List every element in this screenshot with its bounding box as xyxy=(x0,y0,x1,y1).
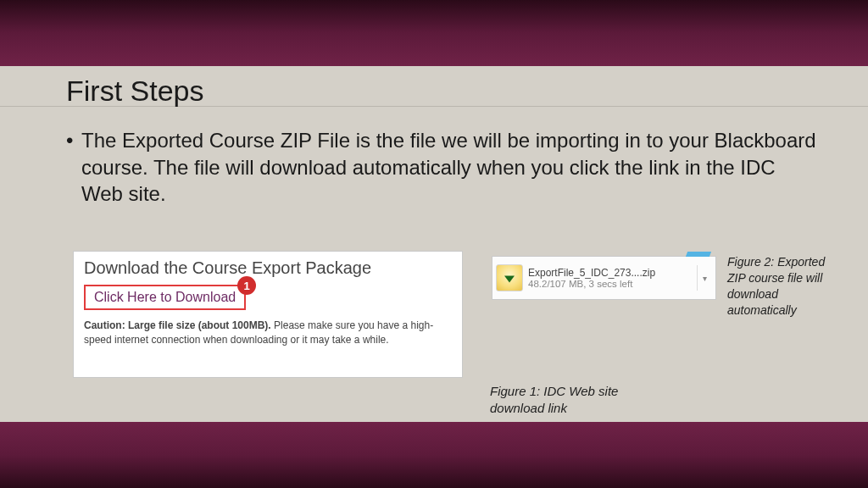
figure1-heading: Download the Course Export Package xyxy=(84,258,452,278)
bullet-list: The Exported Course ZIP File is the file… xyxy=(66,127,817,208)
figure1-caption: Figure 1: IDC Web site download link xyxy=(490,383,651,416)
top-gradient-band xyxy=(0,0,868,66)
download-link-highlight: Click Here to Download 1 xyxy=(84,285,246,310)
caution-text: Caution: Large file size (about 100MB). … xyxy=(84,319,452,348)
download-filename: ExportFile_5_IDC_273....zip xyxy=(528,267,692,279)
bullet-item: The Exported Course ZIP File is the file… xyxy=(66,127,817,208)
slide-title: First Steps xyxy=(66,75,203,108)
figure2-download-bar: ExportFile_5_IDC_273....zip 48.2/107 MB,… xyxy=(492,256,716,300)
figure2-caption: Figure 2: Exported ZIP course file will … xyxy=(727,254,829,319)
download-link[interactable]: Click Here to Download xyxy=(94,290,236,304)
step-badge: 1 xyxy=(237,276,256,295)
download-file-icon xyxy=(496,264,523,291)
download-info: ExportFile_5_IDC_273....zip 48.2/107 MB,… xyxy=(528,267,692,289)
chevron-down-icon[interactable]: ▾ xyxy=(697,265,712,291)
caution-bold: Caution: Large file size (about 100MB). xyxy=(84,319,271,331)
decorative-tab-icon xyxy=(686,252,711,257)
download-progress: 48.2/107 MB, 3 secs left xyxy=(528,279,692,289)
bottom-gradient-band xyxy=(0,422,868,488)
figure1-panel: Download the Course Export Package Click… xyxy=(73,251,463,378)
